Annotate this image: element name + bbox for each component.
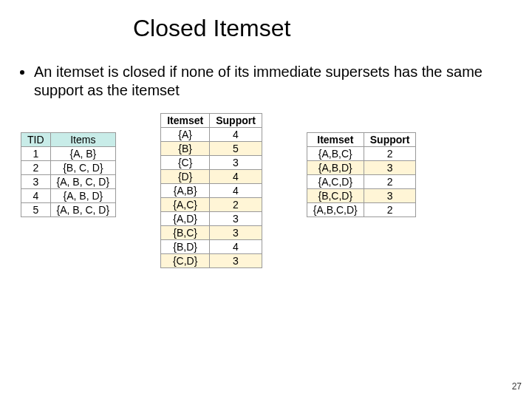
table-row: 3{A, B, C, D} [21, 175, 116, 189]
table-row: {B}5 [161, 142, 262, 156]
table-row: {B,D}4 [161, 240, 262, 254]
table-row: {C}3 [161, 156, 262, 170]
th-itemset: Itemset [307, 133, 364, 147]
bullet-block: An itemset is closed if none of its imme… [0, 42, 532, 100]
table-row: {A,C}2 [161, 198, 262, 212]
table-row: {A,B,C}2 [307, 147, 416, 161]
table-row: {D}4 [161, 170, 262, 184]
table-header-row: TID Items [21, 133, 116, 147]
table-row: {B,C,D}3 [307, 189, 416, 203]
th-itemset: Itemset [161, 114, 210, 128]
table-row: 1{A, B} [21, 147, 116, 161]
th-support: Support [364, 133, 416, 147]
table-row: 2{B, C, D} [21, 161, 116, 175]
itemset-support-table-3-4: Itemset Support {A,B,C}2 {A,B,D}3 {A,C,D… [307, 132, 417, 217]
table-row: {A,C,D}2 [307, 175, 416, 189]
table-row: {B,C}3 [161, 226, 262, 240]
th-support: Support [210, 114, 262, 128]
table-row: 5{A, B, C, D} [21, 203, 116, 217]
table-row: {C,D}3 [161, 254, 262, 268]
slide: Closed Itemset An itemset is closed if n… [0, 0, 532, 399]
bullet-text: An itemset is closed if none of its imme… [34, 63, 511, 100]
tid-table: TID Items 1{A, B} 2{B, C, D} 3{A, B, C, … [21, 132, 116, 217]
th-tid: TID [21, 133, 51, 147]
table-row: {A}4 [161, 128, 262, 142]
th-items: Items [50, 133, 116, 147]
page-number: 27 [512, 381, 522, 392]
table-header-row: Itemset Support [161, 114, 262, 128]
tables-container: TID Items 1{A, B} 2{B, C, D} 3{A, B, C, … [0, 100, 532, 268]
table-row: 4{A, B, D} [21, 189, 116, 203]
itemset-support-table-1-2: Itemset Support {A}4 {B}5 {C}3 {D}4 {A,B… [160, 113, 262, 268]
table-row: {A,B,C,D}2 [307, 203, 416, 217]
table-row: {A,D}3 [161, 212, 262, 226]
slide-title: Closed Itemset [0, 0, 532, 42]
table-row: {A,B,D}3 [307, 161, 416, 175]
table-header-row: Itemset Support [307, 133, 416, 147]
table-row: {A,B}4 [161, 184, 262, 198]
